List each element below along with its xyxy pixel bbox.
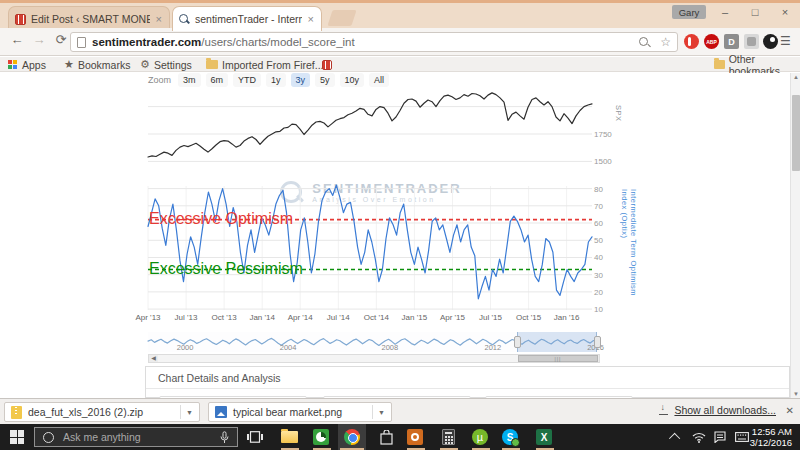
outlook-icon[interactable] [406,428,424,446]
keyboard-icon[interactable] [735,424,749,450]
file-explorer-icon[interactable] [280,428,298,446]
bookmarks-shortcut[interactable]: ★ Bookmarks [64,58,130,71]
scroll-down-arrow[interactable]: ▼ [791,391,800,397]
download-menu-caret[interactable]: ▼ [372,405,385,419]
tab-close-icon[interactable]: × [307,13,315,25]
download-filename: dea_fut_xls_2016 (2).zip [28,406,174,418]
green-app-icon[interactable] [312,428,330,446]
task-view-icon[interactable] [246,428,264,446]
excel-icon[interactable]: X [535,428,553,446]
navigator-year-label: 2000 [177,343,194,352]
x-axis-label: Apr '13 [135,313,160,322]
y-tick-label: 20 [594,287,603,296]
optix-chart[interactable] [148,186,592,310]
page-scrollbar-thumb[interactable] [792,95,800,171]
start-button[interactable] [10,430,25,445]
bookmark-star-icon[interactable]: ☆ [660,37,671,48]
red-circle-extension-icon[interactable] [684,34,699,49]
star-icon: ★ [64,59,74,70]
y-tick-label: 60 [594,219,603,228]
zoom-range-button-6m[interactable]: 6m [206,73,229,87]
gear-icon: ⚙ [140,59,150,70]
profile-badge[interactable]: Gary [672,5,706,19]
adblock-plus-extension-icon[interactable]: ABP [704,34,719,49]
reload-button[interactable]: ⟳ [52,32,70,47]
x-axis-label: Apr '14 [288,313,313,322]
chart-scrollbar[interactable]: ◀ ▶ ||| [148,354,600,363]
dark-circle-extension-icon[interactable] [763,34,778,49]
site-favicon [322,60,332,70]
navigator-left-handle[interactable] [514,336,521,348]
page-scrollbar[interactable]: ▲ ▼ [790,73,800,398]
y-tick-label: 30 [594,270,603,279]
download-filename: typical bear market.png [233,406,366,418]
x-axis-label: Jan '16 [554,313,580,322]
settings-shortcut[interactable]: ⚙ Settings [140,58,192,71]
chrome-menu-icon[interactable]: ☰ [780,34,791,48]
optix-axis-labels: 8070605040302010 [592,186,622,310]
d-extension-icon[interactable]: D [724,34,739,49]
spx-axis-title: SPX [614,105,623,122]
folder-icon [714,60,725,69]
smart-money-favicon [15,14,26,25]
x-axis-label: Oct '15 [516,313,541,322]
spx-chart[interactable] [148,88,592,180]
scroll-left-arrow[interactable]: ◀ [149,355,158,362]
tab-title: Edit Post ‹ SMART MONEY [31,13,150,25]
tray-expand-icon[interactable] [672,424,680,450]
microphone-icon[interactable] [220,431,229,444]
x-axis-label: Jan '15 [402,313,428,322]
clock-date: 3/12/2016 [750,437,792,448]
x-axis-label: Jul '13 [175,313,198,322]
utorrent-icon[interactable]: µ [471,428,489,446]
zoom-range-button-1y[interactable]: 1y [266,73,286,87]
minimize-button[interactable]: – [712,3,738,21]
windows-store-icon[interactable] [377,428,395,446]
pages-extension-icon[interactable] [744,34,759,49]
folder-icon [206,60,218,69]
download-menu-caret[interactable]: ▼ [180,405,193,419]
zoom-range-button-5y[interactable]: 5y [315,73,335,87]
maximize-button[interactable]: □ [742,3,768,21]
other-bookmarks[interactable]: Other bookmarks [714,58,800,71]
address-bar[interactable]: sentimentrader.com/users/charts/model_sc… [70,32,678,52]
show-all-label: Show all downloads... [674,404,776,416]
download-item-image[interactable]: typical bear market.png ▼ [208,402,392,422]
imported-folder[interactable]: Imported From Firef... [206,58,324,71]
close-button[interactable]: × [772,3,798,21]
sentimentrader-favicon [179,14,190,25]
tab-close-icon[interactable]: × [155,13,163,25]
zoom-range-button-all[interactable]: All [369,73,389,87]
show-all-downloads-link[interactable]: Show all downloads... [659,404,776,416]
search-icon[interactable] [639,37,650,48]
downloads-bar-close-icon[interactable]: ✕ [786,405,794,416]
bookmarks-bar: Apps ★ Bookmarks ⚙ Settings Imported Fro… [0,57,800,72]
scroll-up-arrow[interactable]: ▲ [791,74,800,80]
skype-icon[interactable]: S [501,428,519,446]
cortana-search-box[interactable]: Ask me anything [34,427,238,447]
zoom-range-button-ytd[interactable]: YTD [233,73,261,87]
zoom-range-button-10y[interactable]: 10y [340,73,365,87]
wifi-icon[interactable] [692,424,706,450]
apps-shortcut[interactable]: Apps [8,58,46,71]
chrome-icon[interactable] [343,428,361,446]
taskbar-clock[interactable]: 12:56 AM 3/12/2016 [750,426,792,448]
forward-button[interactable]: → [30,32,48,47]
calculator-icon[interactable] [439,428,457,446]
new-tab-button[interactable] [327,10,356,26]
red-bookmark-icon[interactable] [322,58,332,71]
settings-label: Settings [154,59,192,71]
downloads-bar: dea_fut_xls_2016 (2).zip ▼ typical bear … [0,398,800,424]
navigator-right-handle[interactable] [594,336,601,348]
zoom-range-button-3y[interactable]: 3y [291,73,311,87]
tab-sentimentrader[interactable]: sentimenTrader - Intermed × [172,6,322,31]
tab-title: sentimenTrader - Intermed [195,13,302,25]
scrollbar-thumb[interactable]: ||| [518,355,598,362]
y-tick-label: 1500 [594,157,612,166]
back-button[interactable]: ← [8,32,26,47]
action-center-icon[interactable] [714,424,726,450]
y-tick-label: 80 [594,184,603,193]
zoom-range-button-3m[interactable]: 3m [178,73,201,87]
x-axis-label: Apr '15 [440,313,465,322]
download-item-zip[interactable]: dea_fut_xls_2016 (2).zip ▼ [4,402,200,422]
